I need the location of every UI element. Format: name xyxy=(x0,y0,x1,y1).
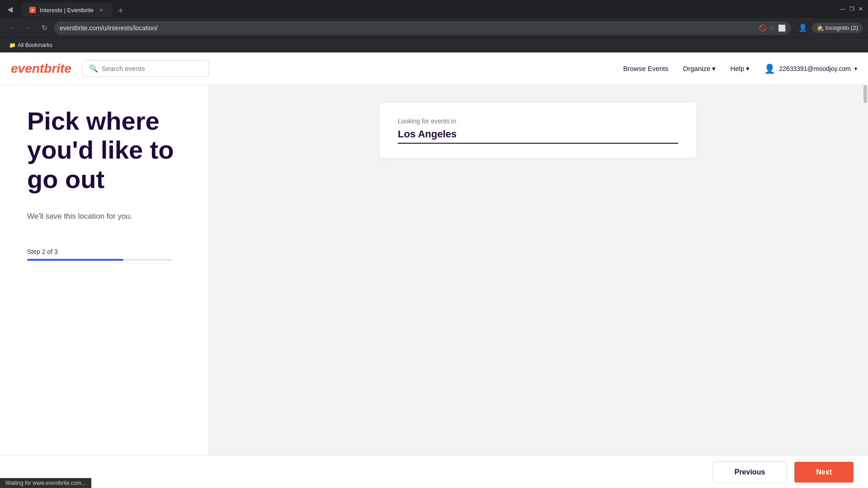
search-bar[interactable]: 🔍 xyxy=(82,60,209,77)
next-button[interactable]: Next xyxy=(794,462,854,483)
forward-button[interactable]: → xyxy=(22,22,34,34)
site-header: eventbrite 🔍 Browse Events Organize ▾ He… xyxy=(0,52,868,85)
step-label: Step 2 of 3 xyxy=(27,248,186,261)
right-panel: Looking for events in Los Angeles xyxy=(208,85,868,472)
help-link[interactable]: Help ▾ xyxy=(730,65,750,73)
bookmarks-item[interactable]: 📁 All Bookmarks xyxy=(5,40,56,50)
left-panel: Pick where you'd like to go out We'll sa… xyxy=(0,85,208,472)
help-chevron-icon: ▾ xyxy=(746,65,750,73)
progress-bar-fill xyxy=(27,259,123,261)
user-avatar-icon: 👤 xyxy=(764,63,775,74)
refresh-icon: ↻ xyxy=(42,23,47,32)
eventbrite-logo[interactable]: eventbrite xyxy=(11,61,71,76)
footer-bar: Previous Next xyxy=(0,455,868,488)
header-nav: Browse Events Organize ▾ Help ▾ 👤 226333… xyxy=(623,63,858,74)
organize-link[interactable]: Organize ▾ xyxy=(683,65,716,73)
page-subtitle: We'll save this location for you. xyxy=(27,212,186,221)
tablet-icon[interactable]: ⬜ xyxy=(778,24,786,32)
page-heading: Pick where you'd like to go out xyxy=(27,107,186,194)
search-input[interactable] xyxy=(102,65,202,72)
user-email: 22633391@moodjoy.com xyxy=(779,65,851,72)
incognito-label: Incognito (2) xyxy=(826,24,858,31)
eye-slash-icon: 🚫 xyxy=(759,24,767,32)
incognito-badge[interactable]: 🕵 Incognito (2) xyxy=(812,23,863,33)
bookmarks-label: All Bookmarks xyxy=(18,42,52,48)
back-icon: ◀ xyxy=(7,5,13,14)
status-bar: Waiting for www.eventbrite.com... xyxy=(0,478,91,488)
scrollbar-track[interactable] xyxy=(863,85,868,472)
incognito-icon: 🕵 xyxy=(816,24,824,31)
browse-events-link[interactable]: Browse Events xyxy=(623,65,669,72)
person-icon[interactable]: 👤 xyxy=(797,22,809,34)
back-arrow-icon: ← xyxy=(8,24,15,32)
tab-close-btn[interactable]: × xyxy=(97,6,105,14)
user-chevron-icon: ▾ xyxy=(854,66,857,72)
tab-title: Interests | Eventbrite xyxy=(40,7,94,14)
status-text: Waiting for www.eventbrite.com... xyxy=(5,480,86,486)
progress-bar-track xyxy=(27,259,172,261)
minimize-btn[interactable]: — xyxy=(839,5,846,13)
star-icon[interactable]: ☆ xyxy=(769,24,775,32)
scrollbar-thumb[interactable] xyxy=(863,85,867,103)
close-window-btn[interactable]: ✕ xyxy=(857,5,864,13)
active-tab[interactable]: e Interests | Eventbrite × xyxy=(22,3,113,17)
location-card: Looking for events in Los Angeles xyxy=(380,103,696,158)
looking-for-label: Looking for events in xyxy=(398,117,678,125)
maximize-btn[interactable]: ❐ xyxy=(848,5,855,13)
back-button[interactable]: ← xyxy=(5,22,18,34)
location-value: Los Angeles xyxy=(398,128,678,140)
refresh-button[interactable]: ↻ xyxy=(38,22,51,34)
back-nav-btn[interactable]: ◀ xyxy=(4,3,16,15)
user-menu[interactable]: 👤 22633391@moodjoy.com ▾ xyxy=(764,63,857,74)
url-text: eventbrite.com/u/interests/location/ xyxy=(60,24,755,32)
search-icon: 🔍 xyxy=(89,64,98,73)
organize-chevron-icon: ▾ xyxy=(712,65,716,73)
address-bar[interactable]: eventbrite.com/u/interests/location/ 🚫 ☆… xyxy=(54,21,791,35)
forward-arrow-icon: → xyxy=(24,24,32,32)
location-input-wrapper[interactable]: Los Angeles xyxy=(398,128,678,144)
folder-icon: 📁 xyxy=(9,42,16,48)
previous-button[interactable]: Previous xyxy=(712,461,788,483)
tab-favicon: e xyxy=(29,6,36,14)
new-tab-btn[interactable]: + xyxy=(114,5,127,17)
